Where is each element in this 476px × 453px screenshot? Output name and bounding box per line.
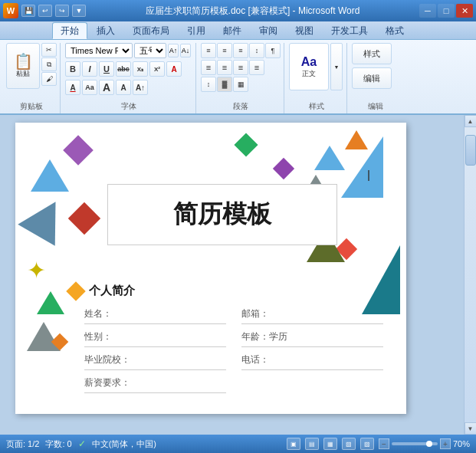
deco-pink-square [336, 238, 357, 260]
style-normal[interactable]: Aa 正文 [289, 43, 329, 90]
multilevel-button[interactable]: ≡ [233, 43, 248, 58]
scroll-track[interactable] [465, 127, 476, 422]
format-painter-button[interactable]: 🖌 [41, 72, 57, 86]
font-family-select[interactable]: Times New R [65, 43, 133, 58]
tab-mailings[interactable]: 邮件 [215, 22, 250, 39]
tab-start[interactable]: 开始 [52, 22, 87, 39]
title-bar: W 💾 ↩ ↪ ▼ 应届生求职简历模板.doc [兼容模式] - Microso… [0, 0, 476, 21]
numbering-button[interactable]: ≡ [217, 43, 232, 58]
tab-review[interactable]: 审阅 [251, 22, 286, 39]
style-name: 正文 [302, 69, 316, 79]
salary-label: 薪资要求： [84, 376, 130, 389]
justify-button[interactable]: ≡ [249, 60, 264, 75]
tab-pagelayout[interactable]: 页面布局 [124, 22, 178, 39]
document-scroll[interactable]: ✦ 简历模板 [0, 115, 464, 435]
clear-format-button[interactable]: A [166, 61, 182, 77]
font-row-2: B I U abc X₂ X² A [65, 61, 182, 77]
italic-button[interactable]: I [82, 61, 97, 77]
clipboard-group: 📋 粘贴 ✂ ⧉ 🖌 剪贴板 [3, 43, 61, 113]
border-button[interactable]: ▦ [233, 77, 248, 92]
align-center-button[interactable]: ≡ [217, 60, 232, 75]
page-info: 页面: 1/2 [6, 438, 39, 450]
char-spacing-button[interactable]: A [99, 80, 114, 95]
scroll-down-button[interactable]: ▼ [465, 422, 477, 435]
minimize-button[interactable]: ─ [419, 4, 436, 18]
personal-form: 姓名： 邮箱： 性别： 年龄：学历 毕业院校： 电话： [69, 307, 383, 393]
bold-button[interactable]: B [65, 61, 80, 77]
quick-access-redo[interactable]: ↪ [55, 5, 69, 17]
paragraph-group: ≡ ≡ ≡ ↕ ¶ ≡ ≡ ≡ ≡ ↕ ▓ ▦ 段落 [198, 43, 284, 113]
styles-label: 样式 [286, 101, 346, 112]
status-left: 页面: 1/2 字数: 0 ✓ 中文(简体，中国) [6, 438, 156, 450]
zoom-minus-button[interactable]: − [379, 438, 389, 449]
styles-btn-label: 样式 [363, 48, 380, 60]
edit-button[interactable]: 编辑 [352, 67, 392, 89]
font-color-button[interactable]: A [65, 80, 80, 95]
document-area: ✦ 简历模板 [0, 115, 476, 435]
line-spacing-button[interactable]: ↕ [201, 77, 216, 92]
bullets-button[interactable]: ≡ [201, 43, 216, 58]
font-label: 字体 [62, 101, 195, 112]
scroll-up-button[interactable]: ▲ [465, 115, 477, 127]
deco-purple-square-2 [273, 158, 294, 179]
scroll-thumb[interactable] [465, 135, 476, 166]
zoom-plus-button[interactable]: + [440, 438, 451, 449]
paste-button[interactable]: 📋 粘贴 [6, 43, 40, 89]
zoom-slider-thumb[interactable] [426, 441, 432, 447]
personal-section: 个人简介 姓名： 邮箱： 性别： 年龄：学历 [69, 284, 383, 393]
name-label: 姓名： [84, 307, 112, 320]
quick-access-more[interactable]: ▼ [72, 5, 86, 17]
shading-button[interactable]: ▓ [217, 77, 232, 92]
strikethrough-button[interactable]: abc [116, 61, 131, 77]
cut-button[interactable]: ✂ [41, 43, 57, 57]
office-logo[interactable]: W [3, 3, 18, 18]
deco-brown-square [68, 202, 100, 235]
title-bar-left: W 💾 ↩ ↪ ▼ [3, 3, 86, 18]
decrease-font-button[interactable]: A↓ [180, 44, 191, 57]
sort-button[interactable]: ↕ [249, 43, 264, 58]
quick-access-undo[interactable]: ↩ [38, 5, 52, 17]
styles-button[interactable]: 样式 [352, 43, 392, 64]
text-highlight-button[interactable]: Aa [82, 80, 97, 95]
view-reading-button[interactable]: ▤ [305, 438, 319, 450]
style-icon: Aa [301, 55, 317, 69]
maximize-button[interactable]: □ [438, 4, 455, 18]
deco-green-triangle [37, 291, 64, 314]
tab-insert[interactable]: 插入 [88, 22, 123, 39]
font-row-1: Times New R 五号 A↑ A↓ [65, 43, 191, 58]
styles-group: Aa 正文 ▼ 样式 [286, 43, 347, 113]
font-size-select[interactable]: 五号 [134, 43, 166, 58]
clipboard-label: 剪贴板 [3, 101, 60, 112]
document-page: ✦ 简历模板 [15, 123, 406, 414]
tab-view[interactable]: 视图 [287, 22, 322, 39]
school-label: 毕业院校： [84, 353, 130, 366]
deco-grey-tri-bl [27, 322, 61, 351]
field-salary: 薪资要求： [84, 376, 226, 393]
quick-access-save[interactable]: 💾 [21, 5, 35, 17]
change-case-button[interactable]: A↑ [133, 80, 148, 95]
view-outline-button[interactable]: ▧ [342, 438, 356, 450]
view-draft-button[interactable]: ▨ [360, 438, 374, 450]
align-right-button[interactable]: ≡ [233, 60, 248, 75]
superscript-button[interactable]: X² [149, 61, 165, 77]
view-normal-button[interactable]: ▣ [287, 438, 300, 450]
font-effect-button[interactable]: A [116, 80, 131, 95]
view-layout-button[interactable]: ▦ [323, 438, 337, 450]
zoom-slider[interactable] [392, 442, 438, 445]
close-button[interactable]: ✕ [456, 4, 473, 18]
copy-button[interactable]: ⧉ [41, 57, 57, 71]
align-left-button[interactable]: ≡ [201, 60, 216, 75]
tab-developer[interactable]: 开发工具 [323, 22, 376, 39]
subscript-button[interactable]: X₂ [133, 61, 148, 77]
increase-font-button[interactable]: A↑ [168, 44, 179, 57]
font-group: Times New R 五号 A↑ A↓ B I U abc X₂ X² A A… [62, 43, 196, 113]
ribbon-tabs: 开始 插入 页面布局 引用 邮件 审阅 视图 开发工具 格式 [0, 21, 476, 40]
vertical-scrollbar: ▲ ▼ [464, 115, 476, 435]
underline-button[interactable]: U [99, 61, 114, 77]
zoom-control: − + 70% [379, 438, 470, 449]
tab-references[interactable]: 引用 [179, 22, 214, 39]
tab-format[interactable]: 格式 [377, 22, 412, 39]
editing-group: 样式 编辑 编辑 [349, 43, 402, 113]
styles-more-button[interactable]: ▼ [330, 43, 343, 90]
show-marks-button[interactable]: ¶ [265, 43, 281, 58]
